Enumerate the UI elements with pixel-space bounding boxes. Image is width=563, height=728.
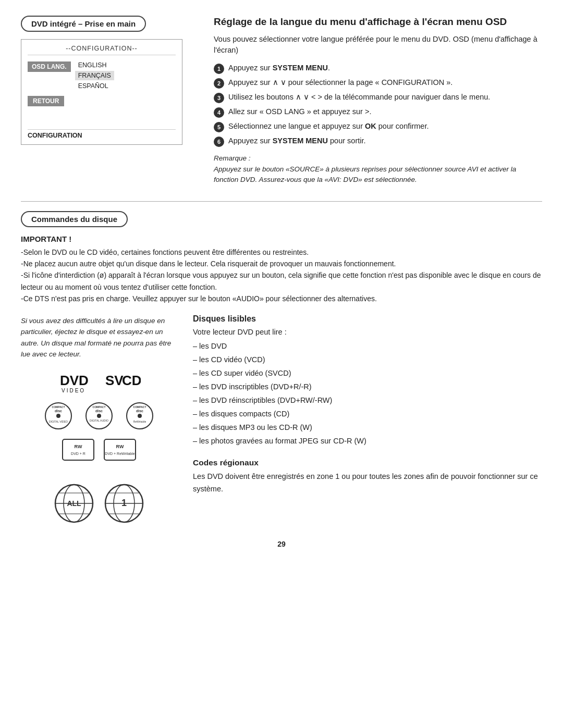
svg-text:RW: RW: [75, 444, 82, 449]
page-number: 29: [21, 540, 542, 548]
step-num-4: 4: [214, 107, 224, 118]
config-screen-title: --CONFIGURATION--: [28, 45, 176, 55]
svg-point-5: [56, 414, 60, 418]
svg-point-10: [97, 414, 101, 418]
disque-item-0: les DVD: [193, 339, 542, 353]
svg-text:DVD + R: DVD + R: [71, 452, 85, 455]
svg-text:DVD + ReWritable: DVD + ReWritable: [105, 452, 134, 455]
step-5: 5 Sélectionnez une langue et appuyez sur…: [214, 121, 542, 132]
disque-item-1: les CD vidéo (VCD): [193, 353, 542, 366]
disques-left: Si vous avez des difficultés à lire un d…: [21, 314, 177, 524]
step-6-text: Appuyez sur SYSTEM MENU pour sortir.: [228, 135, 366, 147]
disc3-icon: COMPACT disc ReWritable: [126, 402, 154, 430]
retour-button[interactable]: RETOUR: [28, 96, 64, 106]
dvdr-logo-area: RW DVD + R: [60, 437, 96, 467]
svg-text:1: 1: [121, 498, 127, 508]
step-num-2: 2: [214, 78, 224, 89]
remarque-title: Remarque :: [214, 154, 542, 162]
step-5-bold: OK: [365, 122, 376, 130]
svg-text:RW: RW: [116, 444, 124, 449]
disque-item-6: les disques MP3 ou les CD-R (W): [193, 421, 542, 434]
svg-text:disc: disc: [95, 409, 103, 413]
lang-francais: FRANÇAIS: [75, 71, 114, 80]
disques-list: les DVD les CD vidéo (VCD) les CD super …: [193, 339, 542, 448]
osd-section-title: Réglage de la langue du menu d'affichage…: [214, 16, 542, 29]
lang-espanol: ESPAÑOL: [75, 81, 114, 91]
svg-text:DVD: DVD: [60, 373, 89, 388]
disques-right: Disques lisibles Votre lecteur DVD peut …: [193, 314, 542, 524]
commandes-section-header: Commandes du disque: [21, 211, 128, 227]
svg-text:disc: disc: [136, 409, 143, 413]
codes-left-col: ALL 1: [21, 483, 177, 524]
disques-lisibles-title: Disques lisibles: [193, 314, 542, 324]
disc-digital-audio: COMPACT disc DIGITAL AUDIO: [81, 402, 117, 431]
disques-section: Si vous avez des difficultés à lire un d…: [21, 314, 542, 524]
step-5-text: Sélectionnez une langue et appuyez sur O…: [228, 121, 429, 132]
right-column: Réglage de la langue du menu d'affichage…: [214, 16, 542, 186]
osd-label: OSD LANG.: [28, 61, 71, 72]
svg-text:DIGITAL VIDEO: DIGITAL VIDEO: [49, 420, 68, 423]
zone1-icon: 1: [103, 483, 145, 524]
svg-text:COMPACT: COMPACT: [133, 405, 146, 409]
bottom-section: Commandes du disque IMPORTANT ! -Selon l…: [21, 211, 542, 524]
step-4: 4 Allez sur « OSD LANG » et appuyez sur …: [214, 106, 542, 118]
logos-row-2: COMPACT disc DIGITAL VIDEO COMPACT disc …: [41, 402, 157, 431]
svg-rect-19: [63, 439, 94, 460]
important-line-3: -Si l'icône d'interdiction (ø) apparaît …: [21, 269, 542, 293]
lang-list: ENGLISH FRANÇAIS ESPAÑOL: [75, 60, 114, 91]
important-line-1: -Selon le DVD ou le CD vidéo, certaines …: [21, 246, 542, 258]
svg-text:COMPACT: COMPACT: [93, 405, 106, 409]
step-6: 6 Appuyez sur SYSTEM MENU pour sortir.: [214, 135, 542, 147]
disques-lisibles-block: Disques lisibles Votre lecteur DVD peut …: [193, 314, 542, 448]
svg-rect-22: [104, 439, 136, 460]
disc1-icon: COMPACT disc DIGITAL VIDEO: [44, 402, 72, 430]
dvd-section-header: DVD intégré – Prise en main: [21, 16, 146, 32]
disc-digital-video: COMPACT disc DIGITAL VIDEO: [41, 402, 76, 431]
section-divider: [21, 201, 542, 202]
codes-text: Les DVD doivent être enregistrés en zone…: [193, 471, 542, 495]
step-6-bold: SYSTEM MENU: [273, 137, 328, 145]
step-2: 2 Appuyez sur ∧ ∨ pour sélectionner la p…: [214, 77, 542, 89]
disque-item-5: les disques compacts (CD): [193, 407, 542, 421]
svg-text:SV: SV: [105, 373, 124, 388]
svg-text:DIGITAL AUDIO: DIGITAL AUDIO: [90, 419, 108, 422]
svg-text:ReWritable: ReWritable: [133, 420, 146, 423]
svg-text:ALL: ALL: [67, 499, 81, 508]
svg-text:COMPACT: COMPACT: [52, 405, 65, 409]
step-1: 1 Appuyez sur SYSTEM MENU.: [214, 63, 542, 74]
dvdrw-icon: RW DVD + ReWritable: [102, 437, 138, 465]
important-line-4: -Ce DTS n'est pas pris en charge. Veuill…: [21, 293, 542, 304]
svg-text:disc: disc: [55, 409, 62, 413]
logos-area: DVD VIDEO SV CD: [21, 371, 177, 467]
step-2-text: Appuyez sur ∧ ∨ pour sélectionner la pag…: [228, 77, 452, 89]
svcd-logo: SV CD: [104, 371, 141, 397]
codes-section: Codes régionaux Les DVD doivent être enr…: [193, 458, 542, 495]
disc2-icon: COMPACT disc DIGITAL AUDIO: [85, 402, 113, 430]
step-4-text: Allez sur « OSD LANG » et appuyez sur >.: [228, 106, 371, 118]
lang-english: ENGLISH: [75, 60, 114, 70]
svg-text:VIDEO: VIDEO: [62, 388, 85, 393]
top-section: DVD intégré – Prise en main --CONFIGURAT…: [21, 16, 542, 186]
config-body: OSD LANG. ENGLISH FRANÇAIS ESPAÑOL: [28, 60, 176, 91]
step-num-5: 5: [214, 122, 224, 132]
disc-rewritable: COMPACT disc ReWritable: [122, 402, 157, 431]
logos-row-1: DVD VIDEO SV CD: [57, 371, 141, 397]
italic-note: Si vous avez des difficultés à lire un d…: [21, 314, 177, 361]
config-footer: CONFIGURATION: [28, 129, 176, 139]
step-1-text: Appuyez sur SYSTEM MENU.: [228, 63, 330, 74]
step-num-1: 1: [214, 64, 224, 74]
step-3-text: Utilisez les boutons ∧ ∨ < > de la téléc…: [228, 92, 490, 103]
logos-row-3: RW DVD + R RW DVD + ReWritable: [60, 437, 138, 467]
all-zones-icon: ALL: [53, 483, 95, 524]
svg-text:CD: CD: [122, 373, 141, 388]
step-num-3: 3: [214, 93, 224, 103]
config-screen: --CONFIGURATION-- OSD LANG. ENGLISH FRAN…: [21, 39, 182, 145]
step-num-6: 6: [214, 137, 224, 147]
remarque-text: Appuyez sur le bouton «SOURCE» à plusieu…: [214, 164, 542, 186]
disque-item-3: les DVD inscriptibles (DVD+R/-R): [193, 380, 542, 393]
dvdr-icon: RW DVD + R: [60, 437, 96, 465]
disques-intro: Votre lecteur DVD peut lire :: [193, 328, 542, 336]
svg-point-15: [138, 414, 142, 418]
important-block: IMPORTANT ! -Selon le DVD ou le CD vidéo…: [21, 235, 542, 305]
important-line-2: -Ne placez aucun autre objet qu'un disqu…: [21, 258, 542, 269]
